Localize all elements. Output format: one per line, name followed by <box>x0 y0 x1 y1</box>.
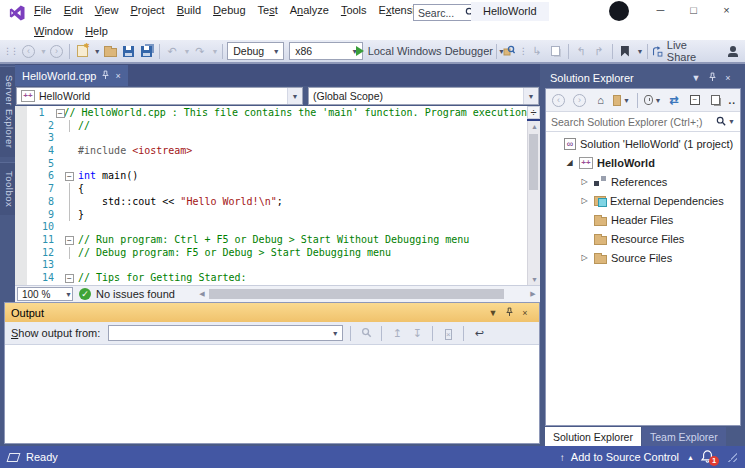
home-button[interactable]: ⌂ <box>592 90 609 110</box>
fold-box-icon[interactable]: − <box>65 236 74 245</box>
close-icon[interactable]: × <box>720 73 736 83</box>
code-line-9[interactable]: 9} <box>27 209 527 222</box>
menu-window[interactable]: Window <box>28 21 79 40</box>
scroll-right-arrow[interactable]: ▶ <box>528 290 538 298</box>
chevron-down-icon[interactable]: ▼ <box>636 48 643 55</box>
line-number[interactable]: 4 <box>27 145 63 158</box>
code-text[interactable]: #include <iostream> <box>78 145 192 158</box>
previous-message-button[interactable]: ↥ <box>389 327 405 340</box>
chevron-down-icon[interactable]: ▼ <box>728 118 735 125</box>
code-text[interactable]: // Run program: Ctrl + F5 or Debug > Sta… <box>78 234 469 247</box>
menu-view[interactable]: View <box>89 0 125 21</box>
code-text[interactable]: // Debug program: F5 or Debug > Start De… <box>78 247 391 260</box>
navigate-backward-button[interactable]: ‹ <box>20 41 37 61</box>
line-number[interactable]: 7 <box>27 183 63 196</box>
zoom-level-select[interactable]: 100 % ▼ <box>17 287 73 301</box>
window-position-menu-icon[interactable]: ▼ <box>688 73 704 83</box>
background-tasks-icon[interactable] <box>7 453 21 462</box>
close-button[interactable]: × <box>710 0 743 20</box>
solution-explorer-search-input[interactable]: Search Solution Explorer (Ctrl+;) ▼ <box>546 112 740 132</box>
output-panel-header[interactable]: Output ▼ × <box>5 303 539 322</box>
tool-tab-team-explorer[interactable]: Team Explorer <box>642 427 726 446</box>
pin-icon[interactable] <box>704 72 720 84</box>
sync-with-active-document-button[interactable]: ⇄ <box>665 90 682 110</box>
code-text[interactable]: } <box>78 209 84 222</box>
scroll-up-arrow[interactable]: ▲ <box>531 123 538 130</box>
show-all-files-button[interactable] <box>707 90 724 110</box>
tree-item-resource-files[interactable]: Resource Files <box>546 229 740 248</box>
tree-item-external-dependencies[interactable]: ▷External Dependencies <box>546 191 740 210</box>
code-line-4[interactable]: 4#include <iostream> <box>27 145 527 158</box>
scope-navigation-select[interactable]: (Global Scope) ▼ <box>308 87 539 105</box>
line-number[interactable]: 1 <box>27 107 54 120</box>
attach-to-process-button[interactable] <box>501 41 518 61</box>
window-position-menu-icon[interactable]: ▼ <box>485 308 501 318</box>
pin-icon[interactable] <box>501 307 517 319</box>
tree-arrow-collapsed-icon[interactable]: ▷ <box>579 196 590 205</box>
fold-collapse-icon[interactable]: − <box>63 272 78 285</box>
solution-platform-select[interactable]: x86▼ <box>289 42 362 60</box>
open-file-button[interactable] <box>102 41 119 61</box>
code-line-10[interactable]: 10 <box>27 221 527 234</box>
code-line-14[interactable]: 14−// Tips for Getting Started: <box>27 272 527 285</box>
add-to-source-control-button[interactable]: Add to Source Control <box>571 451 679 463</box>
toolbar-grip[interactable]: ⋮ <box>519 46 526 56</box>
toggle-word-wrap-button[interactable]: ↩ <box>471 327 487 340</box>
menu-help[interactable]: Help <box>79 21 114 40</box>
find-message-button[interactable] <box>358 327 374 340</box>
tool-tab-solution-explorer[interactable]: Solution Explorer <box>545 427 641 446</box>
code-editor[interactable]: 1−// HelloWorld.cpp : This file contains… <box>15 106 540 285</box>
new-project-button[interactable] <box>74 41 91 61</box>
live-share-button[interactable]: Live Share <box>652 41 710 61</box>
save-button[interactable] <box>120 41 137 61</box>
undo-button[interactable]: ↶ <box>164 41 181 61</box>
uncomment-button[interactable]: ↱ <box>591 41 608 61</box>
code-line-6[interactable]: 6−int main() <box>27 170 527 183</box>
solution-configuration-select[interactable]: Debug▼ <box>227 42 284 60</box>
fold-collapse-icon[interactable]: − <box>54 107 64 120</box>
line-number[interactable]: 3 <box>27 132 63 145</box>
resize-grip[interactable] <box>728 453 737 462</box>
code-line-8[interactable]: 8 std::cout << "Hello World!\n"; <box>27 196 527 209</box>
save-all-button[interactable] <box>138 41 155 61</box>
minimize-button[interactable]: ─ <box>644 0 677 20</box>
tree-arrow-collapsed-icon[interactable]: ▷ <box>579 177 590 186</box>
chevron-down-icon[interactable]: ▼ <box>94 48 101 55</box>
step-into-button[interactable]: ↳ <box>529 41 546 61</box>
collapse-all-button[interactable] <box>686 90 703 110</box>
tree-item-source-files[interactable]: ▷Source Files <box>546 248 740 267</box>
code-text[interactable]: // Tips for Getting Started: <box>78 272 247 285</box>
code-line-12[interactable]: 12// Debug program: F5 or Debug > Start … <box>27 247 527 260</box>
code-line-3[interactable]: 3 <box>27 132 527 145</box>
scroll-left-arrow[interactable]: ◀ <box>197 290 207 298</box>
fold-box-icon[interactable]: − <box>65 172 74 181</box>
toolbar-grip[interactable]: ⋮⋮ <box>3 46 17 56</box>
menu-project[interactable]: Project <box>124 0 170 21</box>
line-number[interactable]: 13 <box>27 259 63 272</box>
split-window-handle[interactable]: ÷ <box>527 106 540 119</box>
fold-box-icon[interactable]: − <box>56 109 65 118</box>
vertical-scrollbar-thumb[interactable] <box>529 134 538 190</box>
project-navigation-select[interactable]: HelloWorld ▼ <box>16 87 303 105</box>
code-line-13[interactable]: 13 <box>27 259 527 272</box>
fold-collapse-icon[interactable]: − <box>63 234 78 247</box>
tree-item-references[interactable]: ▷References <box>546 172 740 191</box>
code-text[interactable]: { <box>78 183 84 196</box>
show-output-from-select[interactable]: ▼ <box>108 325 343 341</box>
line-number[interactable]: 11 <box>27 234 63 247</box>
back-button[interactable]: ‹ <box>550 90 567 110</box>
menu-debug[interactable]: Debug <box>207 0 251 21</box>
toolbar-overflow[interactable]: .. <box>728 95 736 106</box>
document-tab-helloworld-cpp[interactable]: HelloWorld.cpp × <box>15 65 128 86</box>
fold-box-icon[interactable]: − <box>65 274 74 283</box>
pending-changes-filter-button[interactable]: ▼ <box>644 90 661 110</box>
chevron-down-icon[interactable]: ▼ <box>211 48 218 55</box>
tree-item-helloworld[interactable]: ◢HelloWorld <box>546 153 740 172</box>
navigate-forward-button[interactable]: › <box>48 41 65 61</box>
user-avatar[interactable] <box>609 1 629 21</box>
menu-tools[interactable]: Tools <box>335 0 373 21</box>
redo-button[interactable]: ↷ <box>191 41 208 61</box>
horizontal-scrollbar-track[interactable] <box>207 289 528 299</box>
tree-arrow-expanded-icon[interactable]: ◢ <box>564 158 575 167</box>
fold-collapse-icon[interactable]: − <box>63 170 78 183</box>
